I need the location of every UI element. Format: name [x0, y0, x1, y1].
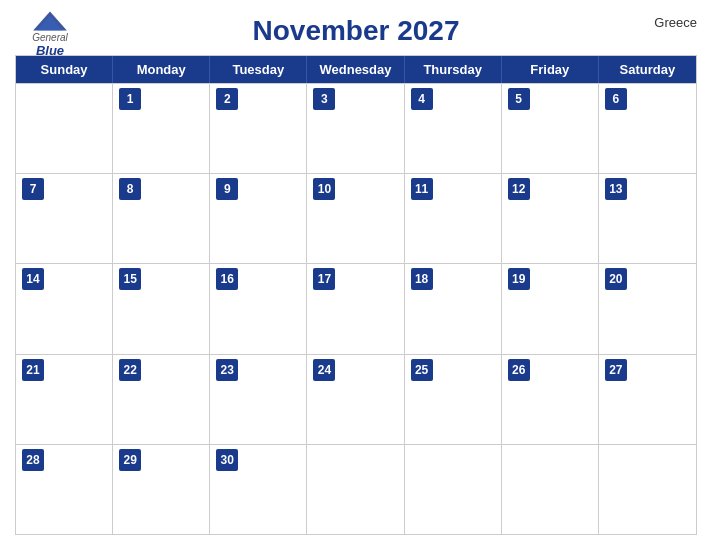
day-cell: 8 [113, 174, 210, 263]
logo-icon [30, 10, 70, 32]
day-cell: 24 [307, 355, 404, 444]
day-cell: 27 [599, 355, 696, 444]
day-cell: 16 [210, 264, 307, 353]
day-cell: 25 [405, 355, 502, 444]
week-row-5: 282930 [16, 444, 696, 534]
calendar: SundayMondayTuesdayWednesdayThursdayFrid… [15, 55, 697, 535]
day-number: 19 [508, 268, 530, 290]
day-headers: SundayMondayTuesdayWednesdayThursdayFrid… [16, 56, 696, 83]
day-number: 6 [605, 88, 627, 110]
day-number: 21 [22, 359, 44, 381]
day-cell: 18 [405, 264, 502, 353]
week-row-2: 78910111213 [16, 173, 696, 263]
page-title: November 2027 [252, 15, 459, 47]
day-number: 2 [216, 88, 238, 110]
day-cell: 21 [16, 355, 113, 444]
day-cell: 13 [599, 174, 696, 263]
day-cell: 6 [599, 84, 696, 173]
day-cell: 22 [113, 355, 210, 444]
day-number: 20 [605, 268, 627, 290]
day-cell: 23 [210, 355, 307, 444]
day-cell: 19 [502, 264, 599, 353]
week-row-3: 14151617181920 [16, 263, 696, 353]
day-number: 13 [605, 178, 627, 200]
day-cell: 5 [502, 84, 599, 173]
day-cell: 15 [113, 264, 210, 353]
day-cell [599, 445, 696, 534]
day-cell: 11 [405, 174, 502, 263]
day-header-saturday: Saturday [599, 56, 696, 83]
day-number: 17 [313, 268, 335, 290]
day-number: 5 [508, 88, 530, 110]
week-row-1: 123456 [16, 83, 696, 173]
day-header-sunday: Sunday [16, 56, 113, 83]
day-cell: 4 [405, 84, 502, 173]
day-header-monday: Monday [113, 56, 210, 83]
logo: General Blue [15, 10, 85, 58]
day-cell: 20 [599, 264, 696, 353]
day-number: 10 [313, 178, 335, 200]
day-number: 8 [119, 178, 141, 200]
day-number: 11 [411, 178, 433, 200]
day-cell: 28 [16, 445, 113, 534]
day-cell: 9 [210, 174, 307, 263]
day-number: 25 [411, 359, 433, 381]
day-cell: 7 [16, 174, 113, 263]
day-number: 23 [216, 359, 238, 381]
logo-general-text: General [32, 32, 68, 43]
day-number: 1 [119, 88, 141, 110]
day-cell: 14 [16, 264, 113, 353]
day-cell: 10 [307, 174, 404, 263]
day-cell: 30 [210, 445, 307, 534]
day-header-friday: Friday [502, 56, 599, 83]
day-number: 28 [22, 449, 44, 471]
week-row-4: 21222324252627 [16, 354, 696, 444]
day-number: 14 [22, 268, 44, 290]
day-number: 26 [508, 359, 530, 381]
logo-blue-text: Blue [36, 43, 64, 58]
day-header-tuesday: Tuesday [210, 56, 307, 83]
day-cell: 29 [113, 445, 210, 534]
day-number: 3 [313, 88, 335, 110]
day-number: 29 [119, 449, 141, 471]
day-cell: 12 [502, 174, 599, 263]
day-number: 18 [411, 268, 433, 290]
day-cell: 17 [307, 264, 404, 353]
day-cell: 26 [502, 355, 599, 444]
day-number: 15 [119, 268, 141, 290]
day-cell: 2 [210, 84, 307, 173]
day-cell [502, 445, 599, 534]
country-label: Greece [654, 15, 697, 30]
day-number: 30 [216, 449, 238, 471]
day-cell [405, 445, 502, 534]
day-cell: 1 [113, 84, 210, 173]
calendar-header: General Blue November 2027 Greece [15, 10, 697, 55]
day-cell: 3 [307, 84, 404, 173]
day-cell [16, 84, 113, 173]
day-header-wednesday: Wednesday [307, 56, 404, 83]
day-number: 24 [313, 359, 335, 381]
weeks: 1234567891011121314151617181920212223242… [16, 83, 696, 534]
day-number: 16 [216, 268, 238, 290]
day-number: 27 [605, 359, 627, 381]
day-number: 12 [508, 178, 530, 200]
day-number: 9 [216, 178, 238, 200]
day-cell [307, 445, 404, 534]
day-number: 4 [411, 88, 433, 110]
day-number: 7 [22, 178, 44, 200]
day-number: 22 [119, 359, 141, 381]
day-header-thursday: Thursday [405, 56, 502, 83]
